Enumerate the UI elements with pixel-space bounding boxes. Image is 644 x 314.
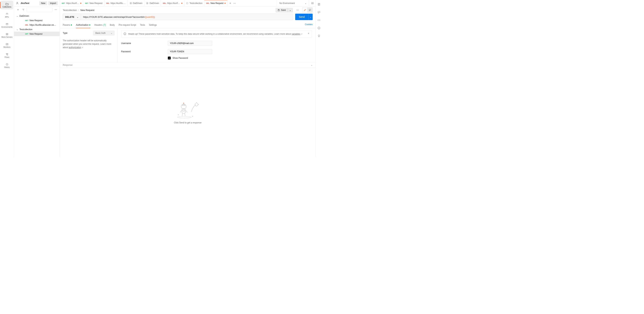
svg-point-2 <box>7 13 7 13</box>
history-icon <box>6 63 9 66</box>
tab-label: Testcollection <box>190 2 202 4</box>
user-icon <box>16 2 19 5</box>
tree-item[interactable]: GET New Request <box>14 18 60 23</box>
breadcrumb-parent[interactable]: Testcollection <box>63 9 77 11</box>
tab-label: https://kuriflo.a <box>66 2 79 4</box>
sidebar-search[interactable] <box>26 7 52 12</box>
svg-rect-30 <box>182 109 186 113</box>
auth-form-panel: Heads up! These parameters hold sensitiv… <box>118 28 316 62</box>
tree-item[interactable]: GET New Request <box>14 32 60 36</box>
import-button[interactable]: Import <box>48 1 58 5</box>
info2-icon[interactable] <box>317 26 321 30</box>
workspace-name[interactable]: JiraTest <box>20 2 38 4</box>
svg-point-18 <box>234 3 234 3</box>
documentation-icon[interactable] <box>317 2 321 6</box>
rail-apis[interactable]: APIs <box>1 11 13 19</box>
request-more-icon[interactable] <box>296 8 300 12</box>
svg-point-14 <box>56 9 57 10</box>
show-password-checkbox[interactable] <box>168 57 171 59</box>
chevron-down-icon: ⌄ <box>16 28 18 31</box>
method-dropdown[interactable]: DELETE ⌄ <box>63 14 81 20</box>
tab-label: https://kuriflo.atla <box>167 2 180 4</box>
tab-label: https://kuriflo.atla <box>111 2 126 4</box>
info-banner-text: Heads up! These parameters hold sensitiv… <box>128 32 302 35</box>
password-input[interactable] <box>168 49 212 54</box>
close-icon[interactable] <box>308 32 310 35</box>
url-input[interactable]: https://YOUR-SITE.atlassian.net/rest/api… <box>81 14 293 20</box>
tabs-more-icon[interactable] <box>233 3 236 3</box>
response-body-empty: Click Send to get a response <box>60 68 316 157</box>
main: GEThttps://kuriflo.a GETNew Request DELh… <box>60 0 316 157</box>
new-button[interactable]: New <box>39 1 47 5</box>
astronaut-illustration-icon <box>176 101 200 119</box>
subtab-authorization[interactable]: Authorization <box>76 23 90 28</box>
server-icon <box>6 32 9 36</box>
svg-point-19 <box>234 3 235 3</box>
rail-monitors[interactable]: Monitors <box>1 41 13 50</box>
comment-mode-icon[interactable] <box>308 7 312 12</box>
svg-point-33 <box>178 114 178 115</box>
method-badge: DEL <box>163 2 166 4</box>
save-button[interactable]: Save <box>276 8 288 12</box>
rail-label: Environments <box>2 26 12 28</box>
chevron-down-icon: ⌄ <box>289 9 291 11</box>
svg-point-23 <box>296 10 297 10</box>
variables-docs-link[interactable]: variables <box>292 33 300 35</box>
cookies-link[interactable]: Cookies <box>305 23 313 27</box>
folder-datdriven[interactable]: ⌄ DatDriven <box>14 14 60 18</box>
subtab-prerequest[interactable]: Pre-request Script <box>119 23 136 28</box>
lightbulb-icon[interactable] <box>317 34 321 38</box>
subtab-params[interactable]: Params <box>63 23 72 28</box>
chevron-down-icon: ⌄ <box>111 32 112 34</box>
filter-icon[interactable] <box>21 7 26 12</box>
edit-mode-icon[interactable] <box>302 7 308 12</box>
subtab-tests[interactable]: Tests <box>140 23 145 28</box>
svg-point-22 <box>312 3 313 3</box>
tree-item-label: New Request <box>30 19 42 22</box>
environment-quicklook-icon[interactable] <box>309 0 316 6</box>
method-badge: GET <box>85 2 88 4</box>
tab-label: DatDriven <box>150 2 159 4</box>
save-icon <box>278 9 280 11</box>
svg-point-20 <box>235 3 236 3</box>
chevron-down-icon[interactable]: ⌄ <box>311 64 313 66</box>
send-button[interactable]: Send <box>295 14 308 20</box>
rail-history[interactable]: History <box>1 61 13 70</box>
comments-icon[interactable] <box>317 10 321 14</box>
rail-flows[interactable]: Flows <box>1 51 13 60</box>
add-icon[interactable] <box>16 7 20 12</box>
tab[interactable]: DELhttps://kuriflo.atla <box>161 0 184 6</box>
folder-label: DatDriven <box>20 15 29 17</box>
svg-rect-21 <box>312 2 313 4</box>
subtab-body[interactable]: Body <box>110 23 114 28</box>
new-tab-icon[interactable] <box>229 2 232 4</box>
tab[interactable]: Testcollection <box>184 0 204 6</box>
rail-environments[interactable]: Environments <box>1 21 13 29</box>
tab[interactable]: DatDriven <box>144 0 161 6</box>
breadcrumb-current[interactable]: New Request <box>80 9 94 11</box>
tab-active[interactable]: DELNew Request <box>204 0 228 6</box>
tab[interactable]: GETNew Request <box>83 0 104 6</box>
code-icon[interactable] <box>317 18 321 22</box>
authorization-docs-link[interactable]: authorization <box>69 46 81 49</box>
svg-point-32 <box>183 103 184 104</box>
tab[interactable]: GEThttps://kuriflo.a <box>60 0 83 6</box>
subtab-headers[interactable]: Headers (7) <box>94 23 106 28</box>
folder-testcollection[interactable]: ⌄ Testcollection <box>14 27 60 32</box>
save-dropdown[interactable]: ⌄ <box>288 8 293 12</box>
response-header: Response ⌄ <box>60 62 316 68</box>
svg-point-11 <box>17 2 18 3</box>
rail-mockservers[interactable]: Mock Servers <box>1 31 13 39</box>
subtab-settings[interactable]: Settings <box>149 23 157 28</box>
tab-label: New Request <box>90 2 102 4</box>
tab[interactable]: DatDriven <box>128 0 144 6</box>
auth-type-dropdown[interactable]: Basic Auth ⌄ <box>93 31 114 35</box>
method-badge: GET <box>24 19 28 21</box>
send-dropdown[interactable]: ⌄ <box>308 14 313 20</box>
username-input[interactable] <box>168 41 212 46</box>
more-icon[interactable] <box>54 7 58 12</box>
tree-item[interactable]: DEL https://kuriflo.atlassian.net/re... <box>14 23 60 27</box>
tab[interactable]: DELhttps://kuriflo.atla <box>104 0 128 6</box>
rail-collections[interactable]: Collections <box>1 1 13 9</box>
environment-selector[interactable]: No Environment ⌄ <box>277 0 309 6</box>
